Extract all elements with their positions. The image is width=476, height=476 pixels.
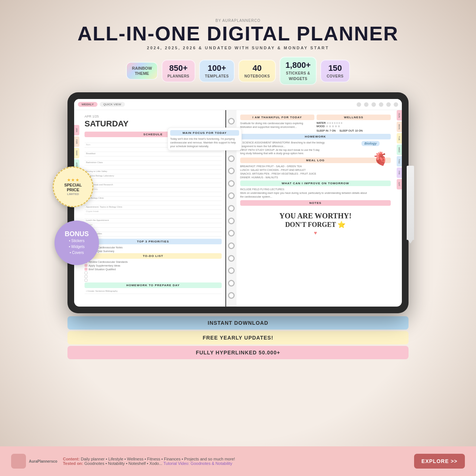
meal-header: MEAL LOG [240, 158, 391, 163]
page-right: SUN MON TUE WED THU FRI SAT [237, 110, 402, 307]
pencil [407, 166, 414, 240]
toolbar-icons [357, 102, 398, 107]
info-bar-updates-label: FREE YEARLY UPDATES! [203, 335, 274, 341]
thankful-text: Gratitude for diving into cardiovascular… [240, 122, 314, 125]
icon-3 [371, 102, 376, 107]
schedule-line-19: Lunch the Appointment [85, 219, 222, 223]
bonus-title: BONUS [65, 230, 89, 238]
priorities-header: TOP 3 PRIORITIES [85, 239, 222, 244]
spiral-ring-13 [228, 267, 235, 274]
planner-date: APR 1/25 [85, 115, 222, 118]
header: BY AURAPLANNERCO ALL-IN-ONE DIGITAL PLAN… [77, 19, 399, 50]
right-tab-2: MON [397, 122, 402, 132]
right-tab-5: THU [397, 156, 402, 166]
sleep-row: SLEEP IN: 7 ON SLEEP OUT: 10 ON [317, 129, 391, 132]
homework-line-1: • Create: Sentence Bibliography [85, 290, 222, 294]
badge-notebooks-number: 40 [244, 63, 270, 73]
badge-rainbow: RAINBOWTHEME [126, 62, 158, 80]
badge-templates: 100+ TEMPLATES [199, 60, 235, 82]
special-price-badge: ★ ★ ★ SPECIALPRICE LIMITED [53, 166, 93, 207]
improve-text-3: the cardiovascular system... [240, 195, 391, 199]
spiral-ring-1 [228, 118, 235, 125]
icon-6 [394, 102, 398, 107]
schedule-line-20: Dinner [85, 223, 222, 228]
footer-logo: AuraPlannersco [11, 454, 57, 469]
spiral-ring-9 [228, 218, 235, 224]
explore-button[interactable]: EXPLORE >> [414, 454, 465, 469]
todo-2-text: Apply Supplementary Ideas [89, 264, 120, 267]
todo-4 [85, 271, 222, 274]
right-page-content: I AM THANKFUL FOR TODAY Gratitude for di… [240, 115, 398, 239]
todo-4-check [85, 271, 87, 274]
badge-notebooks: 40 NOTEBOOKS [238, 60, 276, 82]
schedule-line-18 [85, 214, 222, 219]
left-tabs: JAN FEB MAR APR [74, 125, 79, 170]
tested-label: Tested on: [63, 461, 83, 466]
info-bar-download: INSTANT DOWNLOAD [67, 316, 409, 330]
outer-background: BY AURAPLANNERCO ALL-IN-ONE DIGITAL PLAN… [0, 0, 476, 476]
hw-text-4: long study following that with a study g… [240, 152, 391, 155]
right-tab-6: FRI [397, 168, 402, 178]
stars: ★ ★ ★ [67, 178, 79, 182]
right-tab-4: WED [397, 145, 402, 155]
schedule-line-5 [85, 156, 222, 161]
content-label: Content: [63, 457, 80, 461]
bonus-badge: BONUS • Stickers • Widgets • Covers [54, 221, 99, 265]
schedule-line-14: Cell Biology Clinic [85, 196, 222, 201]
badge-planners-number: 850+ [168, 63, 189, 73]
badge-notebooks-label: NOTEBOOKS [244, 74, 270, 78]
toolbar-weekly[interactable]: WEEKLY [78, 102, 97, 107]
mood-label: MOOD: ☆ ☆ ☆ ☆ ☆ [317, 125, 391, 128]
motivational-line2: DON'T FORGET ⭐ [242, 221, 389, 229]
main-focus-text: Today we'll dive into the heart's functi… [170, 137, 239, 148]
spiral-ring-10 [228, 230, 235, 237]
todo-3-text: Brief Situation Qualified [89, 268, 116, 271]
hw-text-3: FIRST PATH STUDY GROUP: At the top don't… [240, 148, 391, 152]
logo-text: AuraPlannersco [29, 459, 57, 463]
toolbar-quick-view[interactable]: QUICK VIEW [100, 102, 125, 107]
todo-2-check [85, 264, 87, 267]
homework2-header: HOMEWORK [240, 134, 391, 139]
icon-4 [379, 102, 383, 107]
info-bar-hyperlinked: FULLY HYPERLINKED 50.000+ [67, 346, 409, 359]
sleep-in: SLEEP IN: 7 ON [317, 129, 336, 132]
schedule-line-6: Badminton Class [85, 161, 222, 165]
meal-snack: SNACKS: ARTISAN PEN - FRESH VEGETABLES -… [240, 172, 391, 176]
main-focus-overlay: MAIN FOCUS FOR TODAY Today we'll dive in… [168, 128, 242, 151]
badge-stickers-number: 1,800+ [285, 60, 311, 70]
planner-toolbar: WEEKLY QUICK VIEW [74, 99, 402, 110]
badge-covers: 150 COVERS [320, 60, 350, 82]
subtitle: 2024, 2025, 2026 & UNDATED WITH SUNDAY &… [77, 46, 399, 50]
footer: AuraPlannersco Content: Daily planner • … [0, 446, 476, 476]
special-price-label: SPECIALPRICE [64, 183, 82, 192]
schedule-line-13 [85, 192, 222, 196]
wellness-header: WELLNESS [317, 115, 391, 120]
tablet-wrapper: ★ ★ ★ SPECIALPRICE LIMITED BONUS • Stick… [67, 92, 409, 313]
meal-breakfast: BREAKFAST: FRESH FRUIT - SALAD - GREEN T… [240, 165, 391, 168]
todo-6-check [85, 279, 87, 282]
right-top-cols: I AM THANKFUL FOR TODAY Gratitude for di… [240, 115, 391, 132]
todo-1-text: Review Cardiovascular Standards [89, 261, 128, 263]
todo-6 [85, 279, 222, 282]
right-tab-3: TUE [397, 133, 402, 143]
schedule-line-7 [85, 165, 222, 170]
schedule-line-10 [85, 179, 222, 183]
badge-covers-label: COVERS [327, 74, 343, 78]
tutorial-label: Tutorial Video: [163, 461, 189, 466]
info-bar-hyperlinked-label: FULLY HYPERLINKED 50.000+ [196, 350, 280, 356]
schedule-line-22: Evening Studies [85, 232, 222, 237]
left-tab-1: JAN [74, 125, 79, 135]
bonus-items: • Stickers • Widgets • Covers [69, 238, 85, 256]
info-bars: INSTANT DOWNLOAD FREE YEARLY UPDATES! FU… [67, 316, 409, 359]
schedule-line-9: Medicine Biology Laboratory [85, 174, 222, 179]
schedule-lines: 8am Breakfast Badminton Class Driving to… [85, 139, 222, 237]
schedule-line-11: Lunch Break and Research [85, 183, 222, 188]
meal-dinner: DINNER: HUMMUS - WALNUTS [240, 176, 391, 179]
schedule-line-15 [85, 201, 222, 205]
main-focus-header: MAIN FOCUS FOR TODAY [170, 130, 239, 136]
motivational-line1: YOU ARE WORTHY! [242, 211, 389, 221]
spiral-ring-12 [228, 255, 235, 262]
footer-tested-line: Tested on: Goodnotes • Notability • Note… [63, 461, 409, 466]
right-tab-7: SAT [397, 179, 402, 189]
badge-stickers: 1,800+ STICKERS &WIDGETS [280, 57, 317, 85]
